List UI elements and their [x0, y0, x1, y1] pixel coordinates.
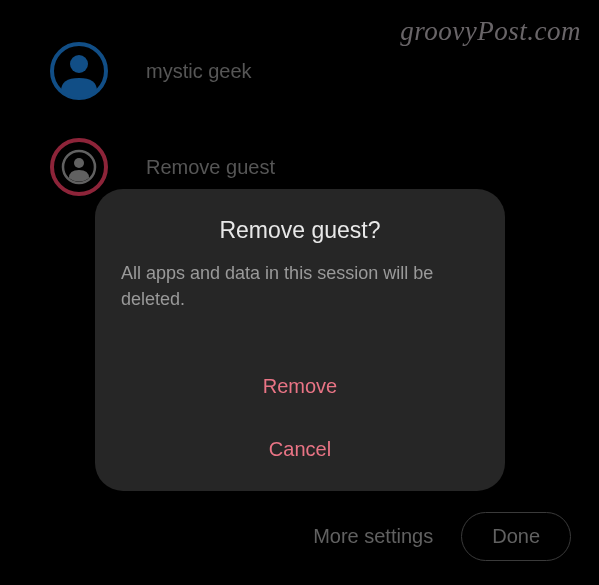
dialog-message: All apps and data in this session will b…	[121, 260, 479, 312]
remove-guest-dialog: Remove guest? All apps and data in this …	[95, 189, 505, 491]
dialog-title: Remove guest?	[121, 217, 479, 244]
cancel-button[interactable]: Cancel	[121, 418, 479, 481]
remove-button[interactable]: Remove	[121, 355, 479, 418]
person-remove-icon	[50, 138, 108, 196]
more-settings-button[interactable]: More settings	[313, 525, 433, 548]
svg-point-1	[70, 55, 88, 73]
person-icon	[50, 42, 108, 100]
footer-actions: More settings Done	[313, 512, 571, 561]
done-button[interactable]: Done	[461, 512, 571, 561]
user-label: Remove guest	[146, 156, 275, 179]
user-label: mystic geek	[146, 60, 252, 83]
watermark-text: groovyPost.com	[400, 16, 581, 47]
svg-point-4	[74, 158, 84, 168]
dialog-buttons: Remove Cancel	[121, 355, 479, 481]
user-item-mystic-geek[interactable]: mystic geek	[50, 42, 275, 100]
user-list: mystic geek Remove guest	[50, 42, 275, 196]
user-item-remove-guest[interactable]: Remove guest	[50, 138, 275, 196]
